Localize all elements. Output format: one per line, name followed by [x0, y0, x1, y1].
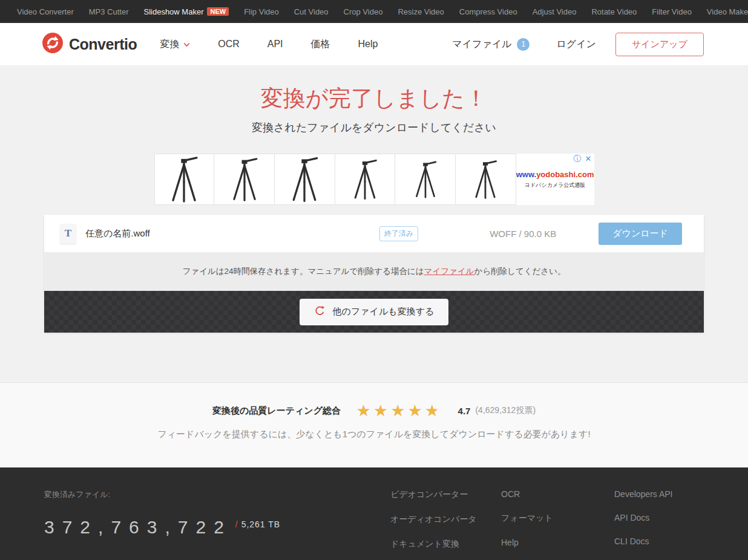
- rating-score: 4.7: [458, 406, 471, 416]
- footer-link-help[interactable]: Help: [501, 538, 614, 547]
- star-rating-icons: ★★★★★ ★★★★★: [356, 403, 442, 418]
- my-files-label: マイファイル: [452, 38, 511, 51]
- main-nav: 変換 OCR API 価格 Help: [160, 38, 378, 51]
- ad-url-www: www.: [516, 170, 536, 179]
- nav-convert[interactable]: 変換: [160, 38, 190, 51]
- my-files-link[interactable]: マイファイル 1: [452, 38, 530, 51]
- topbar-item-adjust-video[interactable]: Adjust Video: [533, 7, 577, 16]
- footer-column-api: Developers API API Docs CLI Docs API Pri…: [614, 489, 704, 560]
- rating-label: 変換後の品質レーティング総合: [212, 405, 341, 417]
- nav-pricing[interactable]: 価格: [311, 38, 330, 51]
- result-card: T 任意の名前.woff 終了済み WOFF / 90.0 KB ダウンロード …: [44, 215, 704, 333]
- nav-help[interactable]: Help: [358, 39, 378, 50]
- ad-product-image[interactable]: [456, 154, 516, 205]
- convert-more-label: 他のファイルも変換する: [333, 306, 435, 317]
- ad-banner: www.yodobashi.com ヨドバシカメラ公式通販 ⓘ ✕: [154, 154, 594, 205]
- footer-column-converters: ビデオコンバーター オーディオコンバータ ドキュメント変換 画像変換器: [390, 489, 501, 560]
- conversion-finished-subtitle: 変換されたファイルをダウンロードしてください: [0, 120, 748, 135]
- footer-column-tools: OCR フォーマット Help: [501, 489, 614, 560]
- topbar-item-rotate-video[interactable]: Rotate Video: [591, 7, 637, 16]
- topbar-item-label: Slideshow Maker: [143, 7, 203, 16]
- chevron-down-icon: [183, 39, 190, 50]
- footer-link-api-docs[interactable]: API Docs: [614, 513, 704, 523]
- rating-feedback-note: フィードバックを提供するには、少なくとも1つのファイルを変換してダウンロードする…: [0, 429, 748, 440]
- topbar-item-cut-video[interactable]: Cut Video: [294, 7, 329, 16]
- topbar-item-mp3-cutter[interactable]: MP3 Cutter: [89, 7, 129, 16]
- topbar-item-slideshow-maker[interactable]: Slideshow Maker NEW: [143, 7, 229, 16]
- total-slash: /: [235, 519, 238, 529]
- topbar-item-flip-video[interactable]: Flip Video: [244, 7, 279, 16]
- conversion-finished-title: 変換が完了しました！: [0, 83, 748, 114]
- footer-link-formats[interactable]: フォーマット: [501, 513, 614, 524]
- ad-product-image[interactable]: [395, 154, 456, 205]
- site-header: Convertio 変換 OCR API 価格 Help マイファイル 1 ログ…: [0, 23, 748, 65]
- footer-link-audio-converter[interactable]: オーディオコンバータ: [390, 514, 501, 525]
- footer-link-document-converter[interactable]: ドキュメント変換: [390, 539, 501, 550]
- video-tools-bar: Video Converter MP3 Cutter Slideshow Mak…: [0, 0, 748, 23]
- new-badge: NEW: [207, 7, 229, 16]
- file-format-size: WOFF / 90.0 KB: [490, 229, 556, 239]
- ad-close-icon[interactable]: ✕: [585, 155, 592, 163]
- ad-product-image[interactable]: [214, 154, 275, 205]
- rating-votes: (4,629,312投票): [475, 405, 536, 416]
- spacer: [0, 333, 748, 382]
- nav-api[interactable]: API: [267, 39, 283, 50]
- converted-files-counter: 372,763,722: [44, 518, 232, 536]
- converted-data-total: / 5,261 TB: [235, 518, 280, 536]
- login-link[interactable]: ログイン: [556, 38, 596, 51]
- main-content: 変換が完了しました！ 変換されたファイルをダウンロードしてください www.yo…: [0, 65, 748, 382]
- converted-files-label: 変換済みファイル:: [44, 489, 390, 500]
- nav-ocr[interactable]: OCR: [218, 39, 240, 50]
- retention-text-before: ファイルは24時間保存されます。マニュアルで削除する場合には: [183, 266, 424, 277]
- converted-files-stat: 変換済みファイル: 372,763,722 / 5,261 TB: [44, 489, 390, 560]
- font-file-type-icon: T: [60, 224, 76, 244]
- footer-link-cli-docs[interactable]: CLI Docs: [614, 536, 704, 546]
- convertio-logo-icon: [42, 33, 63, 56]
- file-row: T 任意の名前.woff 終了済み WOFF / 90.0 KB ダウンロード: [44, 215, 704, 252]
- signup-button[interactable]: サインアップ: [615, 33, 704, 56]
- convert-more-strip: 他のファイルも変換する: [44, 291, 704, 333]
- my-files-notice-link[interactable]: マイファイル: [424, 266, 474, 277]
- site-footer: 変換済みファイル: 372,763,722 / 5,261 TB ビデオコンバー…: [0, 467, 748, 560]
- footer-link-video-converter[interactable]: ビデオコンバーター: [390, 489, 501, 500]
- topbar-item-crop-video[interactable]: Crop Video: [344, 7, 383, 16]
- retention-text-after: から削除してください。: [474, 266, 565, 277]
- star-icons-filled: ★★★★★: [356, 403, 436, 418]
- header-actions: マイファイル 1 ログイン サインアップ: [452, 33, 704, 56]
- topbar-item-filter-video[interactable]: Filter Video: [652, 7, 692, 16]
- topbar-item-resize-video[interactable]: Resize Video: [398, 7, 444, 16]
- rating-line: 変換後の品質レーティング総合 ★★★★★ ★★★★★ 4.7 (4,629,31…: [0, 403, 748, 418]
- file-name: 任意の名前.woff: [85, 228, 379, 239]
- topbar-item-compress-video[interactable]: Compress Video: [459, 7, 517, 16]
- my-files-count-badge: 1: [517, 38, 530, 51]
- download-button[interactable]: ダウンロード: [599, 223, 682, 245]
- refresh-icon: [314, 305, 326, 319]
- rating-section: 変換後の品質レーティング総合 ★★★★★ ★★★★★ 4.7 (4,629,31…: [0, 382, 748, 467]
- footer-link-developers-api[interactable]: Developers API: [614, 489, 704, 499]
- retention-notice: ファイルは24時間保存されます。マニュアルで削除する場合にはマイファイルから削除…: [44, 252, 704, 291]
- topbar-item-video-converter[interactable]: Video Converter: [17, 7, 74, 16]
- ad-product-image[interactable]: [154, 154, 215, 205]
- ad-advertiser-url: www.yodobashi.com: [516, 170, 594, 179]
- ad-info-icon[interactable]: ⓘ: [574, 155, 582, 163]
- footer-link-ocr[interactable]: OCR: [501, 489, 614, 499]
- status-badge: 終了済み: [379, 226, 418, 241]
- convert-more-button[interactable]: 他のファイルも変換する: [300, 299, 449, 325]
- ad-controls: ⓘ ✕: [574, 155, 592, 163]
- ad-product-image[interactable]: [335, 154, 396, 205]
- ad-product-image[interactable]: [275, 154, 335, 205]
- convertio-logo[interactable]: Convertio: [42, 33, 137, 56]
- topbar-item-video-maker[interactable]: Video Maker: [707, 7, 748, 16]
- nav-convert-label: 変換: [160, 38, 179, 51]
- ad-advertiser-caption: ヨドバシカメラ公式通販: [525, 181, 585, 189]
- total-terabytes: 5,261 TB: [241, 519, 281, 529]
- ad-url-domain: yodobashi.com: [536, 170, 594, 179]
- logo-wordmark: Convertio: [69, 36, 137, 53]
